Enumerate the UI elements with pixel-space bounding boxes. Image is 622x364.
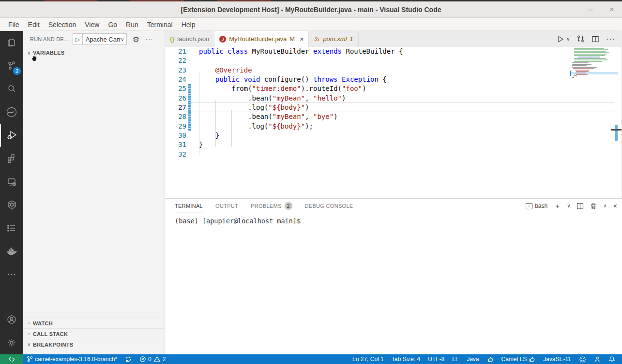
remote-indicator[interactable] xyxy=(0,354,23,364)
code-line[interactable]: 28 .bean("myBean", "bye") xyxy=(165,112,622,121)
explorer-icon[interactable] xyxy=(0,31,23,54)
code-line[interactable]: 23 @Override xyxy=(165,66,622,75)
encoding-status[interactable]: UTF-8 xyxy=(424,354,448,364)
minimize-button[interactable]: – xyxy=(585,5,596,14)
openshift-extension-icon[interactable] xyxy=(0,101,23,124)
bottom-panel: TERMINAL OUTPUT PROBLEMS 2 DEBUG CONSOLE… xyxy=(165,198,622,354)
terminal-dropdown-chevron-icon[interactable]: ∨ xyxy=(567,204,570,208)
editor-tabbar: {} launch.json J MyRouteBuilder.java M ×… xyxy=(165,31,622,47)
new-terminal-icon[interactable]: ＋ xyxy=(554,203,561,209)
code-line[interactable]: 26 .bean("myBean", "hello") xyxy=(165,94,622,103)
breakpoints-section-header[interactable]: ∨ BREAKPOINTS xyxy=(23,339,165,354)
code-line[interactable]: 24 public void configure() throws Except… xyxy=(165,75,622,84)
indent-guide xyxy=(231,110,232,147)
tab-problems[interactable]: PROBLEMS 2 xyxy=(251,199,292,213)
shell-selector[interactable]: › bash xyxy=(526,203,547,209)
minimap-row xyxy=(574,49,608,50)
run-dropdown-chevron-icon[interactable]: ∨ xyxy=(566,37,570,42)
code-line[interactable]: 25 from("timer:demo").routeId("foo") xyxy=(165,84,622,93)
minimap[interactable] xyxy=(571,47,614,90)
code-editor[interactable]: 21public class MyRouteBuilder extends Ro… xyxy=(165,47,622,198)
code-line[interactable]: 21public class MyRouteBuilder extends Ro… xyxy=(165,47,622,56)
extensions-icon[interactable] xyxy=(0,147,23,170)
menu-terminal[interactable]: Terminal xyxy=(143,21,177,29)
more-views-icon[interactable] xyxy=(0,263,23,286)
minimap-row xyxy=(576,74,588,75)
remote-explorer-icon[interactable] xyxy=(0,170,23,193)
menu-edit[interactable]: Edit xyxy=(24,21,44,29)
close-button[interactable]: × xyxy=(607,5,617,14)
problems-status[interactable]: 0 2 xyxy=(136,354,169,364)
tab-myroutebuilder-java[interactable]: J MyRouteBuilder.java M × xyxy=(214,31,309,47)
search-icon[interactable] xyxy=(0,77,23,101)
branch-icon xyxy=(27,356,33,363)
tab-launch-json[interactable]: {} launch.json xyxy=(165,31,214,47)
close-tab-icon[interactable]: × xyxy=(300,35,303,43)
code-line[interactable]: 27 .log("${body}") xyxy=(165,103,622,112)
git-branch-status[interactable]: camel-examples-3.16.0-branch* xyxy=(23,354,121,364)
overview-cursor-marker xyxy=(611,129,622,131)
open-changes-icon[interactable] xyxy=(576,35,585,43)
test-list-icon[interactable] xyxy=(0,217,23,240)
editor-actions: ∨ ··· xyxy=(557,31,622,47)
tab-debug-console[interactable]: DEBUG CONSOLE xyxy=(305,199,353,213)
menu-go[interactable]: Go xyxy=(104,21,121,29)
run-file-icon[interactable] xyxy=(557,35,564,43)
more-actions-icon[interactable]: ··· xyxy=(145,35,153,43)
launch-configuration-select[interactable]: ▷ Apache Came ∨ xyxy=(73,33,127,45)
kubernetes-icon[interactable] xyxy=(0,193,23,217)
eol-status[interactable]: LF xyxy=(448,354,463,364)
more-editor-actions-icon[interactable]: ··· xyxy=(606,35,615,44)
remote-agent-status[interactable] xyxy=(590,354,605,364)
docker-icon[interactable] xyxy=(0,240,23,263)
watch-section-header[interactable]: › WATCH xyxy=(23,318,165,328)
indentation-status[interactable]: Tab Size: 4 xyxy=(388,354,424,364)
menu-file[interactable]: File xyxy=(4,21,24,29)
menu-run[interactable]: Run xyxy=(121,21,143,29)
notifications-bell[interactable] xyxy=(605,354,619,364)
source-control-icon[interactable]: 2 xyxy=(0,54,23,77)
minimap-row xyxy=(572,67,597,68)
minimap-row xyxy=(578,57,600,58)
jdk-status[interactable]: JavaSE-11 xyxy=(539,354,575,364)
code-line[interactable]: 31} xyxy=(165,140,622,149)
camel-ls-status[interactable]: Camel LS xyxy=(498,354,540,364)
language-mode-status[interactable]: Java xyxy=(463,354,483,364)
gutter-modified-indicator xyxy=(188,84,191,93)
java-file-icon: J xyxy=(219,36,226,43)
settings-gear-icon[interactable] xyxy=(0,331,23,354)
sync-icon xyxy=(125,356,132,363)
person-icon xyxy=(594,356,601,363)
start-debug-icon[interactable]: ▷ xyxy=(73,34,83,44)
code-line[interactable]: 29 .log("${body}"); xyxy=(165,122,622,131)
configure-gear-icon[interactable]: ⚙ xyxy=(133,35,139,44)
menu-selection[interactable]: Selection xyxy=(44,21,81,29)
code-line[interactable]: 22 xyxy=(165,56,622,65)
menu-view[interactable]: View xyxy=(80,21,104,29)
account-icon[interactable] xyxy=(0,308,23,331)
close-panel-icon[interactable]: × xyxy=(613,203,617,209)
tab-terminal[interactable]: TERMINAL xyxy=(175,199,203,213)
sync-changes-button[interactable] xyxy=(121,354,136,364)
code-text: public void configure() throws Exception… xyxy=(199,75,387,84)
minimap-row xyxy=(572,77,574,78)
minimap-row xyxy=(574,55,605,56)
minimap-row xyxy=(574,52,609,53)
kill-terminal-trash-icon[interactable] xyxy=(590,203,597,210)
tab-pom-xml[interactable]: pom.xml 1 xyxy=(309,31,358,47)
maximize-panel-icon[interactable]: ∧ xyxy=(603,204,607,208)
split-editor-icon[interactable] xyxy=(592,35,599,43)
terminal-output[interactable]: (base) [apupier@localhost main]$ xyxy=(165,213,622,225)
java-status-thumbsup[interactable] xyxy=(483,354,498,364)
variables-section-header[interactable]: ∨ VARIABLES xyxy=(23,47,165,58)
split-terminal-icon[interactable] xyxy=(576,203,584,210)
tab-output[interactable]: OUTPUT xyxy=(215,199,238,213)
code-line[interactable]: 32 xyxy=(165,150,622,159)
feedback-smiley[interactable] xyxy=(575,354,590,364)
menu-help[interactable]: Help xyxy=(177,21,200,29)
call-stack-section-header[interactable]: › CALL STACK xyxy=(23,328,165,339)
cursor-position-status[interactable]: Ln 27, Col 1 xyxy=(349,354,388,364)
code-line[interactable]: 30 } xyxy=(165,131,622,140)
run-and-debug-icon[interactable] xyxy=(0,124,23,147)
scrollbar-overview-ruler[interactable] xyxy=(615,47,618,198)
